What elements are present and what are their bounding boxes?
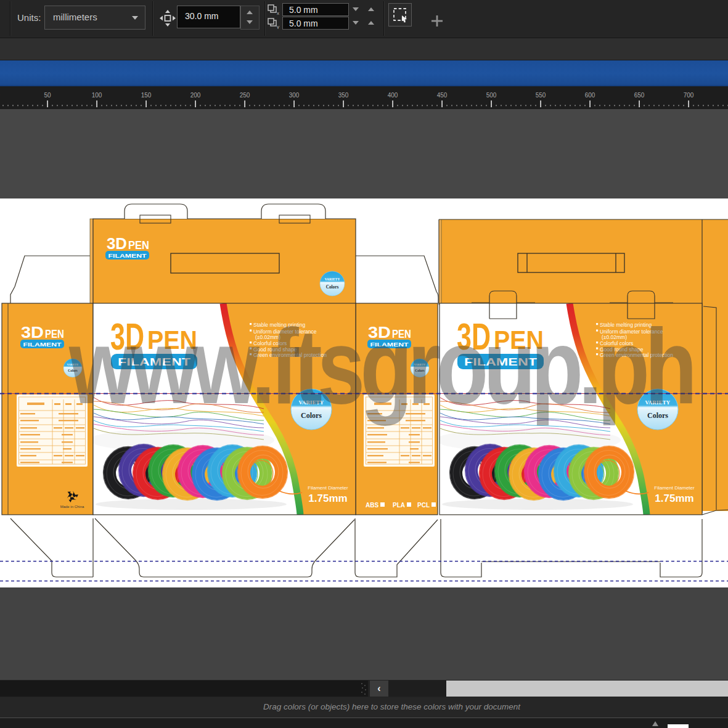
svg-text:550: 550 (536, 92, 546, 99)
svg-text:250: 250 (240, 92, 250, 99)
svg-text:PLA: PLA (393, 502, 405, 509)
svg-text:650: 650 (634, 92, 645, 99)
svg-text:PEN: PEN (128, 239, 149, 252)
svg-text:FILAMENT: FILAMENT (108, 252, 147, 259)
svg-text:150: 150 (141, 92, 152, 99)
svg-text:50: 50 (44, 92, 51, 99)
svg-text:3D: 3D (107, 234, 127, 253)
svg-text:x: x (277, 10, 279, 15)
svg-text:ABS: ABS (366, 502, 378, 509)
svg-text:600: 600 (585, 92, 595, 99)
svg-text:300: 300 (289, 92, 300, 99)
svg-text:200: 200 (190, 92, 201, 99)
svg-text:400: 400 (388, 92, 398, 99)
svg-text:PCL: PCL (417, 502, 430, 509)
svg-text:450: 450 (437, 92, 448, 99)
svg-text:100: 100 (92, 92, 102, 99)
svg-text:700: 700 (684, 92, 694, 99)
svg-text:350: 350 (338, 92, 349, 99)
svg-text:Made in China: Made in China (60, 505, 84, 509)
svg-text:500: 500 (486, 92, 497, 99)
svg-text:y: y (277, 24, 279, 29)
